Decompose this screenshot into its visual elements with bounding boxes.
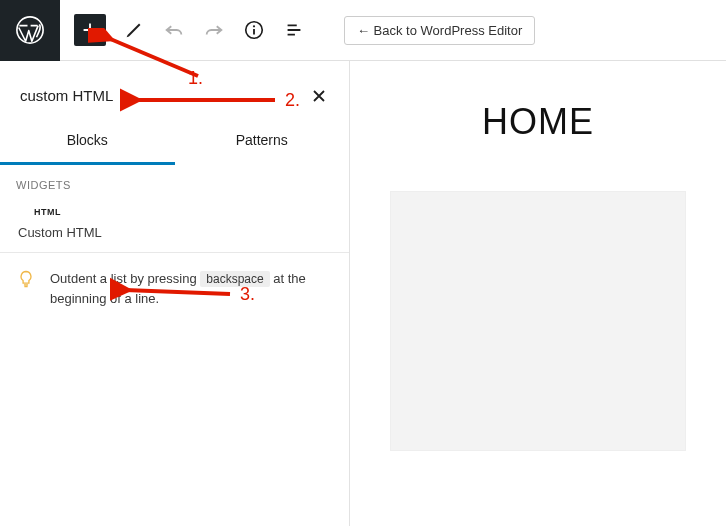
undo-icon (163, 19, 185, 41)
tab-patterns[interactable]: Patterns (175, 118, 350, 165)
redo-icon (203, 19, 225, 41)
tab-blocks[interactable]: Blocks (0, 118, 175, 165)
info-icon (243, 19, 265, 41)
block-inserter-panel: Blocks Patterns Widgets HTML Custom HTML… (0, 61, 350, 526)
undo-button[interactable] (156, 12, 192, 48)
pencil-icon (123, 19, 145, 41)
close-icon (311, 88, 327, 104)
block-name-label: Custom HTML (16, 225, 333, 240)
tip-kbd: backspace (200, 271, 269, 287)
wordpress-logo[interactable] (0, 0, 60, 61)
tip-text: Outdent a list by pressing backspace at … (50, 269, 333, 308)
wordpress-icon (15, 15, 45, 45)
redo-button[interactable] (196, 12, 232, 48)
html-icon: HTML (16, 203, 333, 225)
content-placeholder[interactable] (390, 191, 686, 451)
lightbulb-icon (16, 269, 36, 308)
inserter-tabs: Blocks Patterns (0, 118, 349, 165)
close-inserter-button[interactable] (305, 82, 333, 110)
search-row (0, 61, 349, 118)
add-block-button[interactable] (74, 14, 106, 46)
block-custom-html[interactable]: HTML Custom HTML (0, 197, 349, 252)
main-area: Blocks Patterns Widgets HTML Custom HTML… (0, 61, 726, 526)
section-widgets-label: Widgets (0, 165, 349, 197)
top-toolbar: ← Back to WordPress Editor (0, 0, 726, 61)
edit-button[interactable] (116, 12, 152, 48)
tool-buttons: ← Back to WordPress Editor (60, 12, 541, 48)
info-button[interactable] (236, 12, 272, 48)
editor-canvas[interactable]: HOME (350, 61, 726, 526)
block-search-input[interactable] (16, 81, 305, 110)
svg-point-2 (253, 25, 255, 27)
tip-row: Outdent a list by pressing backspace at … (0, 252, 349, 324)
tip-pre: Outdent a list by pressing (50, 271, 200, 286)
back-to-editor-button[interactable]: ← Back to WordPress Editor (344, 16, 535, 45)
page-title[interactable]: HOME (380, 101, 696, 143)
outline-button[interactable] (276, 12, 312, 48)
list-icon (283, 19, 305, 41)
plus-icon (79, 19, 101, 41)
